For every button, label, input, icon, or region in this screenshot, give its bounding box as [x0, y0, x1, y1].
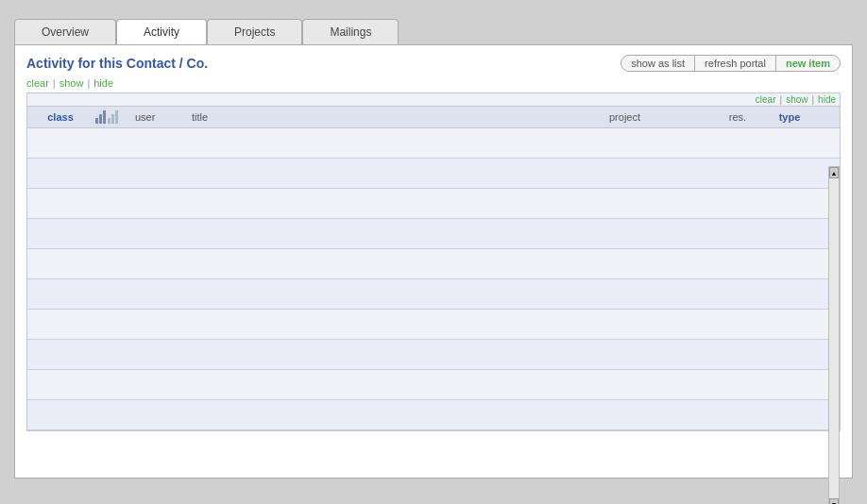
- table-filter-clear[interactable]: clear: [756, 94, 776, 105]
- panel-title: Activity for this Contact / Co.: [26, 56, 208, 71]
- refresh-portal-button[interactable]: refresh portal: [695, 56, 776, 71]
- filter-show-left[interactable]: show: [60, 77, 84, 89]
- bar-chart-icon-dark: [95, 110, 106, 124]
- filter-row-top: clear | show | hide: [26, 77, 841, 89]
- col-header-class[interactable]: class: [27, 109, 94, 125]
- scrollbar-up-button[interactable]: ▲: [829, 167, 839, 178]
- col-header-res[interactable]: res.: [719, 109, 756, 125]
- table-row[interactable]: [27, 370, 840, 400]
- show-as-list-button[interactable]: show as list: [621, 56, 695, 71]
- table-row[interactable]: [27, 189, 840, 219]
- table-filter-hide[interactable]: hide: [818, 94, 836, 105]
- tab-activity[interactable]: Activity: [116, 19, 207, 44]
- col-header-user[interactable]: user: [131, 109, 188, 125]
- filter-hide-left[interactable]: hide: [94, 77, 113, 89]
- table-row[interactable]: [27, 340, 840, 370]
- main-container: Overview Activity Projects Mailings Acti…: [0, 0, 867, 504]
- header-actions: show as list refresh portal new item: [620, 55, 841, 72]
- table-header: class user title project res: [27, 107, 840, 128]
- table-filter-show[interactable]: show: [786, 94, 808, 105]
- tab-overview[interactable]: Overview: [14, 19, 116, 44]
- content-panel: Activity for this Contact / Co. show as …: [14, 44, 853, 479]
- table-row[interactable]: [27, 128, 840, 159]
- tab-bar: Overview Activity Projects Mailings: [14, 19, 853, 44]
- activity-table: clear | show | hide class: [26, 92, 841, 431]
- table-row[interactable]: [27, 219, 840, 249]
- col-header-project[interactable]: project: [605, 109, 719, 125]
- table-row[interactable]: [27, 310, 840, 340]
- table-row[interactable]: [27, 400, 840, 430]
- col-header-icons: [94, 110, 131, 124]
- table-filter-bar: clear | show | hide: [27, 93, 840, 107]
- scrollbar[interactable]: ▲ ▼: [828, 166, 840, 504]
- scrollbar-down-button[interactable]: ▼: [829, 498, 839, 504]
- filter-clear-left[interactable]: clear: [26, 77, 49, 89]
- tab-projects[interactable]: Projects: [207, 19, 302, 44]
- table-row[interactable]: [27, 249, 840, 279]
- tab-mailings[interactable]: Mailings: [302, 19, 399, 44]
- col-header-title[interactable]: title: [188, 109, 605, 125]
- col-header-type[interactable]: type: [756, 109, 823, 125]
- bar-chart-icon-light: [108, 110, 118, 124]
- table-row[interactable]: [27, 279, 840, 310]
- panel-header: Activity for this Contact / Co. show as …: [26, 55, 841, 72]
- table-row[interactable]: [27, 159, 840, 189]
- new-item-button[interactable]: new item: [776, 56, 840, 71]
